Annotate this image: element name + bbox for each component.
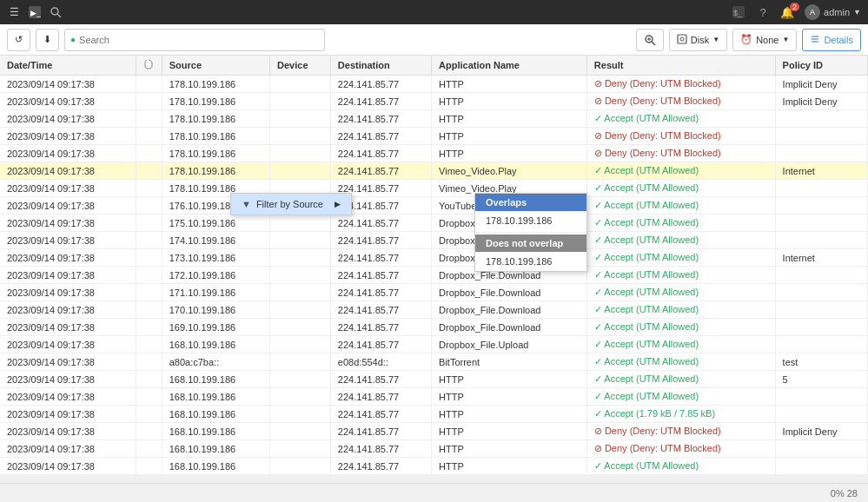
table-row[interactable]: 2023/09/14 09:17:38 168.10.199.186 224.1… [0, 458, 868, 475]
table-row[interactable]: 2023/09/14 09:17:38 168.10.199.186 224.1… [0, 423, 868, 440]
overlaps-ip1[interactable]: 178.10.199.186 [475, 211, 586, 230]
terminal-icon[interactable]: ▶_ [28, 5, 42, 19]
cell-result: ⊘ Deny (Deny: UTM Blocked) [586, 423, 775, 440]
cell-device [270, 110, 331, 128]
table-row[interactable]: 2023/09/14 09:17:38 169.10.199.186 224.1… [0, 319, 868, 336]
table-row[interactable]: 2023/09/14 09:17:38 174.10.199.186 224.1… [0, 232, 868, 249]
table-row[interactable]: 2023/09/14 09:17:38 178.10.199.186 224.1… [0, 93, 868, 110]
cell-source: 175.10.199.186 [162, 215, 269, 232]
table-row[interactable]: 2023/09/14 09:17:38 168.10.199.186 224.1… [0, 388, 868, 406]
disk-label: Disk [691, 35, 709, 45]
submenu-separator [475, 232, 586, 233]
table-row[interactable]: 2023/09/14 09:17:38 172.10.199.186 224.1… [0, 267, 868, 284]
table-row[interactable]: 2023/09/14 09:17:38 178.10.199.186 224.1… [0, 76, 868, 93]
cell-source: 171.10.199.186 [162, 284, 269, 301]
notifications[interactable]: 🔔 2 [780, 6, 794, 19]
cell-destination: 224.141.85.77 [330, 162, 431, 180]
cell-source: 178.10.199.186 [162, 76, 269, 93]
does-not-overlap-ip[interactable]: 178.10.199.186 [475, 252, 586, 271]
cell-datetime: 2023/09/14 09:17:38 [0, 197, 136, 215]
cell-destination: 224.141.85.77 [330, 458, 431, 475]
cell-attachment [136, 249, 162, 267]
cell-datetime: 2023/09/14 09:17:38 [0, 215, 136, 232]
magnify-button[interactable] [636, 29, 664, 51]
table-row[interactable]: 2023/09/14 09:17:38 168.10.199.186 224.1… [0, 336, 868, 353]
cell-datetime: 2023/09/14 09:17:38 [0, 162, 136, 180]
cell-app-name: Dropbox_File.Download [432, 301, 587, 319]
cell-datetime: 2023/09/14 09:17:38 [0, 180, 136, 197]
table-row[interactable]: 2023/09/14 09:17:38 178.10.199.186 224.1… [0, 162, 868, 180]
cell-attachment [136, 267, 162, 284]
help-icon[interactable]: ? [756, 5, 770, 19]
disk-dropdown[interactable]: Disk ▼ [669, 29, 727, 51]
cell-app-name: HTTP [432, 76, 587, 93]
cell-destination: 224.141.85.77 [330, 267, 431, 284]
cell-device [270, 423, 331, 440]
cell-device [270, 162, 331, 180]
table-row[interactable]: 2023/09/14 09:17:38 176.10.199.186 224.1… [0, 197, 868, 215]
table-row[interactable]: 2023/09/14 09:17:38 178.10.199.186 224.1… [0, 145, 868, 162]
table-row[interactable]: 2023/09/14 09:17:38 168.10.199.186 224.1… [0, 440, 868, 458]
cell-result: ✓ Accept (UTM Allowed) [586, 180, 775, 197]
cell-app-name: HTTP [432, 423, 587, 440]
details-button[interactable]: Details [802, 29, 861, 51]
cell-attachment [136, 110, 162, 128]
cell-attachment [136, 353, 162, 371]
cell-destination: 224.141.85.77 [330, 371, 431, 388]
cell-destination: 224.141.85.77 [330, 76, 431, 93]
filter-by-source-label: Filter by Source [256, 199, 323, 209]
terminal-cmd-icon[interactable]: $_ [732, 5, 745, 19]
table-row[interactable]: 2023/09/14 09:17:38 168.10.199.186 224.1… [0, 406, 868, 423]
cell-policy-id [775, 440, 867, 458]
progress-label: 0% 28 [831, 488, 858, 499]
user-dropdown-icon: ▼ [853, 8, 861, 17]
cell-app-name: HTTP [432, 93, 587, 110]
does-not-overlap-header: Does not overlap [475, 234, 586, 252]
cell-datetime: 2023/09/14 09:17:38 [0, 284, 136, 301]
search-box[interactable]: ● [64, 29, 325, 51]
cell-device [270, 267, 331, 284]
svg-point-2 [51, 8, 58, 15]
refresh-icon: ↺ [15, 34, 23, 45]
toolbar: ↺ ⬇ ● Disk ▼ ⏰ [0, 24, 868, 56]
cell-device [270, 319, 331, 336]
cell-app-name: HTTP [432, 458, 587, 475]
cell-attachment [136, 301, 162, 319]
table-container[interactable]: Date/Time Source Device Destination Appl… [0, 56, 868, 483]
bottom-bar: 0% 28 [0, 483, 868, 502]
user-menu[interactable]: A admin ▼ [805, 4, 861, 20]
cell-source: 168.10.199.186 [162, 388, 269, 406]
cell-attachment [136, 162, 162, 180]
search-top-icon[interactable] [49, 5, 63, 19]
cell-datetime: 2023/09/14 09:17:38 [0, 458, 136, 475]
none-dropdown[interactable]: ⏰ None ▼ [732, 29, 797, 51]
table-row[interactable]: 2023/09/14 09:17:38 a80a:c7ba:: e08d:554… [0, 353, 868, 371]
svg-line-3 [57, 14, 61, 17]
cell-policy-id [775, 232, 867, 249]
refresh-button[interactable]: ↺ [7, 29, 30, 51]
cell-policy-id [775, 215, 867, 232]
table-row[interactable]: 2023/09/14 09:17:38 170.10.199.186 224.1… [0, 301, 868, 319]
cell-attachment [136, 458, 162, 475]
none-dropdown-arrow: ▼ [782, 36, 789, 43]
cell-source: 170.10.199.186 [162, 301, 269, 319]
cell-destination: 224.141.85.77 [330, 440, 431, 458]
table-row[interactable]: 2023/09/14 09:17:38 178.10.199.186 224.1… [0, 110, 868, 128]
table-row[interactable]: 2023/09/14 09:17:38 168.10.199.186 224.1… [0, 371, 868, 388]
table-row[interactable]: 2023/09/14 09:17:38 178.10.199.186 224.1… [0, 180, 868, 197]
cell-policy-id [775, 267, 867, 284]
table-row[interactable]: 2023/09/14 09:17:38 173.10.199.186 224.1… [0, 249, 868, 267]
cell-policy-id: Implicit Deny [775, 423, 867, 440]
svg-rect-10 [678, 35, 686, 43]
filter-by-source-item[interactable]: ▼ Filter by Source ▶ [231, 194, 351, 215]
table-row[interactable]: 2023/09/14 09:17:38 171.10.199.186 224.1… [0, 284, 868, 301]
hamburger-icon[interactable]: ☰ [7, 5, 21, 19]
download-button[interactable]: ⬇ [36, 29, 59, 51]
cell-device [270, 215, 331, 232]
search-input[interactable] [79, 35, 319, 45]
table-row[interactable]: 2023/09/14 09:17:38 178.10.199.186 224.1… [0, 128, 868, 145]
cell-policy-id [775, 319, 867, 336]
cell-destination: 224.141.85.77 [330, 232, 431, 249]
cell-datetime: 2023/09/14 09:17:38 [0, 371, 136, 388]
table-row[interactable]: 2023/09/14 09:17:38 175.10.199.186 224.1… [0, 215, 868, 232]
